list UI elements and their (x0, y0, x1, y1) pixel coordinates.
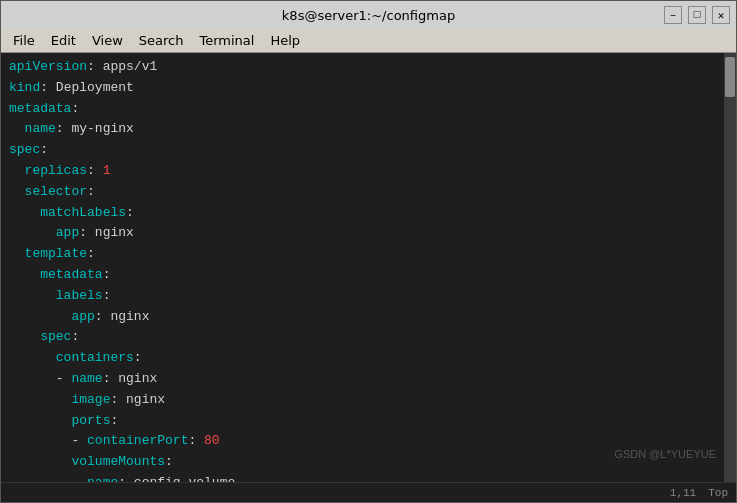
title-bar: k8s@server1:~/configmap – □ ✕ (1, 1, 736, 29)
table-row: matchLabels: (9, 203, 716, 224)
table-row: app: nginx (9, 223, 716, 244)
table-row: name: my-nginx (9, 119, 716, 140)
table-row: app: nginx (9, 307, 716, 328)
table-row: - name: nginx (9, 369, 716, 390)
menu-view[interactable]: View (84, 31, 131, 50)
terminal-window: k8s@server1:~/configmap – □ ✕ File Edit … (0, 0, 737, 503)
table-row: apiVersion: apps/v1 (9, 57, 716, 78)
close-button[interactable]: ✕ (712, 6, 730, 24)
table-row: spec: (9, 327, 716, 348)
menu-help[interactable]: Help (262, 31, 308, 50)
table-row: kind: Deployment (9, 78, 716, 99)
editor-area: apiVersion: apps/v1kind: Deploymentmetad… (1, 53, 736, 482)
table-row: selector: (9, 182, 716, 203)
table-row: spec: (9, 140, 716, 161)
table-row: containers: (9, 348, 716, 369)
scroll-position: Top (708, 487, 728, 499)
table-row: ports: (9, 411, 716, 432)
table-row: metadata: (9, 265, 716, 286)
table-row: template: (9, 244, 716, 265)
menu-terminal[interactable]: Terminal (191, 31, 262, 50)
table-row: - containerPort: 80 (9, 431, 716, 452)
table-row: replicas: 1 (9, 161, 716, 182)
menu-bar: File Edit View Search Terminal Help (1, 29, 736, 53)
table-row: labels: (9, 286, 716, 307)
editor-content[interactable]: apiVersion: apps/v1kind: Deploymentmetad… (1, 53, 724, 482)
table-row: image: nginx (9, 390, 716, 411)
status-bar: 1,11 Top (1, 482, 736, 502)
table-row: - name: config-volume (9, 473, 716, 482)
window-title: k8s@server1:~/configmap (282, 8, 455, 23)
scrollbar-thumb[interactable] (725, 57, 735, 97)
minimize-button[interactable]: – (664, 6, 682, 24)
maximize-button[interactable]: □ (688, 6, 706, 24)
menu-edit[interactable]: Edit (43, 31, 84, 50)
menu-file[interactable]: File (5, 31, 43, 50)
table-row: metadata: (9, 99, 716, 120)
cursor-position: 1,11 (670, 487, 696, 499)
window-controls: – □ ✕ (664, 6, 730, 24)
scrollbar[interactable] (724, 53, 736, 482)
menu-search[interactable]: Search (131, 31, 192, 50)
table-row: volumeMounts: (9, 452, 716, 473)
